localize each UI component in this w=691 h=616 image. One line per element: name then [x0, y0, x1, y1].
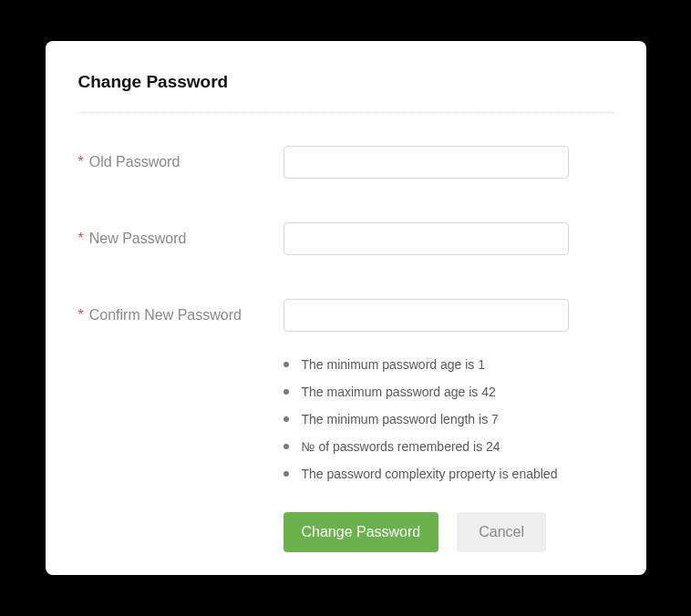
bullet-icon	[284, 416, 289, 422]
divider	[78, 112, 614, 113]
rule-text: The minimum password length is 7	[302, 412, 499, 426]
required-indicator: *	[78, 231, 84, 247]
new-password-label: * New Password	[78, 231, 284, 247]
required-indicator: *	[78, 307, 84, 323]
password-rules-row: The minimum password age is 1 The maximu…	[78, 357, 614, 481]
form-row-confirm-password: * Confirm New Password	[78, 299, 614, 332]
cancel-button[interactable]: Cancel	[457, 512, 546, 552]
form-row-old-password: * Old Password	[78, 146, 614, 179]
change-password-button[interactable]: Change Password	[284, 512, 439, 552]
list-item: The maximum password age is 42	[284, 385, 558, 399]
label-text: Old Password	[89, 154, 180, 170]
new-password-field[interactable]	[284, 222, 569, 255]
label-text: Confirm New Password	[89, 307, 242, 323]
change-password-card: Change Password * Old Password * New Pas…	[46, 41, 646, 575]
rule-text: The password complexity property is enab…	[302, 467, 558, 481]
confirm-password-label: * Confirm New Password	[78, 307, 284, 323]
button-row: Change Password Cancel	[78, 512, 614, 552]
required-indicator: *	[78, 154, 84, 170]
password-rules-list: The minimum password age is 1 The maximu…	[284, 357, 558, 481]
old-password-field[interactable]	[284, 146, 569, 179]
label-text: New Password	[89, 231, 187, 247]
list-item: № of passwords remembered is 24	[284, 439, 558, 454]
list-item: The minimum password age is 1	[284, 357, 558, 372]
rule-text: № of passwords remembered is 24	[302, 439, 500, 454]
bullet-icon	[284, 362, 289, 367]
form-row-new-password: * New Password	[78, 222, 614, 255]
list-item: The minimum password length is 7	[284, 412, 558, 426]
confirm-password-field[interactable]	[284, 299, 569, 332]
old-password-label: * Old Password	[78, 154, 284, 170]
bullet-icon	[284, 389, 289, 395]
bullet-icon	[284, 444, 289, 449]
list-item: The password complexity property is enab…	[284, 467, 558, 481]
bullet-icon	[284, 471, 289, 477]
rule-text: The minimum password age is 1	[302, 357, 486, 372]
rule-text: The maximum password age is 42	[302, 385, 496, 399]
page-title: Change Password	[78, 72, 614, 92]
